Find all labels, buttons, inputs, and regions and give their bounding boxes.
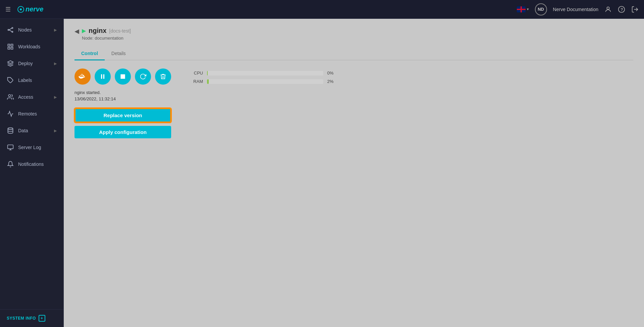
ram-bar-container [207,79,323,84]
node-prefix: Node: [82,36,94,41]
svg-rect-22 [101,74,102,79]
svg-point-7 [8,29,9,30]
topnav-right: ▾ ND Nerve Documentation ? [517,3,639,15]
deploy-arrow-icon: ▶ [54,61,57,66]
back-button[interactable]: ◀ [75,28,79,35]
top-navigation: ☰ nerve ▾ ND Nerve Documentation ? [0,0,644,19]
tab-control[interactable]: Control [75,47,105,60]
restart-button[interactable] [135,68,151,85]
sidebar-item-data[interactable]: Data ▶ [0,122,63,139]
stop-button[interactable] [115,68,131,85]
system-info-button[interactable]: SYSTEM INFO + [7,315,57,322]
tabs: Control Details [75,47,633,60]
hamburger-icon[interactable]: ☰ [5,6,11,13]
workload-tag: [docs-test] [109,28,131,34]
workload-status-time: 13/06/2022, 11:32:14 [75,96,171,101]
sidebar-label-workloads: Workloads [18,44,40,49]
nerve-documentation-link[interactable]: Nerve Documentation [553,7,598,12]
cpu-bar-container [207,71,323,76]
sidebar-label-labels: Labels [18,78,32,83]
page-header: ◀ ▶ nginx [docs-test] Node: documentatio… [75,27,633,41]
svg-rect-12 [8,44,10,46]
labels-icon [7,77,14,84]
sidebar-label-access: Access [18,94,33,100]
access-icon [7,93,14,101]
deploy-icon [7,60,14,67]
control-left: nginx started. 13/06/2022, 11:32:14 Repl… [75,68,171,138]
page-container: ◀ ▶ nginx [docs-test] Node: documentatio… [64,19,644,146]
sidebar-item-access[interactable]: Access ▶ [0,89,63,105]
language-chevron-icon: ▾ [527,7,529,11]
sidebar-item-remotes[interactable]: Remotes [0,105,63,122]
sidebar-item-deploy[interactable]: Deploy ▶ [0,55,63,72]
docker-icon-button[interactable] [75,68,91,85]
resource-meters: CPU 0% RAM 2% [191,68,339,87]
svg-rect-19 [8,145,13,149]
sidebar-label-remotes: Remotes [18,111,37,116]
nodes-icon [7,26,14,34]
delete-button[interactable] [155,68,171,85]
user-avatar: ND [535,3,547,15]
apply-configuration-button[interactable]: Apply configuration [75,126,171,138]
help-icon[interactable]: ? [618,6,625,13]
workload-running-icon: ▶ [82,28,86,34]
ram-label: RAM [191,79,203,84]
svg-rect-13 [11,44,13,46]
system-info-expand-icon: + [39,315,45,322]
svg-rect-14 [8,47,10,49]
main-layout: Nodes ▶ Workloads [0,19,644,327]
sidebar-item-workloads[interactable]: Workloads [0,38,63,55]
sidebar-label-system-info: SYSTEM INFO [7,316,36,321]
replace-version-button[interactable]: Replace version [75,108,171,123]
notifications-icon [7,160,14,168]
nerve-logo-svg: nerve [17,5,48,14]
cpu-meter-row: CPU 0% [191,71,339,76]
sidebar-label-deploy: Deploy [18,61,33,66]
data-arrow-icon: ▶ [54,129,57,133]
workloads-icon [7,43,14,50]
pause-button[interactable] [95,68,111,85]
svg-point-8 [12,28,13,29]
svg-text:nerve: nerve [26,5,43,13]
svg-point-3 [607,7,609,9]
logout-icon[interactable] [631,6,639,13]
svg-point-9 [12,31,13,32]
user-profile-icon[interactable] [604,6,612,13]
page-title-row: ▶ nginx [docs-test] [82,27,131,35]
nerve-logo: nerve [17,5,48,14]
action-buttons: Replace version Apply configuration [75,108,171,138]
access-arrow-icon: ▶ [54,95,57,99]
workload-actions [75,68,171,85]
cpu-value: 0% [327,71,339,76]
nodes-arrow-icon: ▶ [54,28,57,32]
server-log-icon [7,144,14,151]
ram-bar [207,79,209,84]
remotes-icon [7,110,14,118]
node-label: Node: documentation [82,36,131,41]
sidebar-item-nodes[interactable]: Nodes ▶ [0,21,63,38]
ram-meter-row: RAM 2% [191,79,339,84]
content-area: ◀ ▶ nginx [docs-test] Node: documentatio… [64,19,644,327]
sidebar-label-data: Data [18,128,28,133]
svg-line-11 [9,30,12,32]
page-title-area: ▶ nginx [docs-test] Node: documentation [82,27,131,41]
svg-point-18 [8,128,13,130]
ram-value: 2% [327,79,339,84]
svg-point-1 [20,8,22,10]
cpu-bar [207,71,208,76]
control-panel: nginx started. 13/06/2022, 11:32:14 Repl… [75,68,633,138]
uk-flag-icon [517,6,526,12]
sidebar-item-labels[interactable]: Labels [0,72,63,89]
language-selector[interactable]: ▾ [517,6,529,12]
sidebar-item-server-log[interactable]: Server Log [0,139,63,156]
data-icon [7,127,14,134]
tab-details[interactable]: Details [105,47,133,60]
sidebar-item-notifications[interactable]: Notifications [0,156,63,173]
cpu-label: CPU [191,71,203,76]
svg-line-10 [9,28,12,30]
svg-rect-24 [120,74,125,79]
node-name: documentation [95,36,123,41]
sidebar-label-nodes: Nodes [18,27,32,33]
workload-name: nginx [89,27,106,35]
sidebar: Nodes ▶ Workloads [0,19,64,327]
